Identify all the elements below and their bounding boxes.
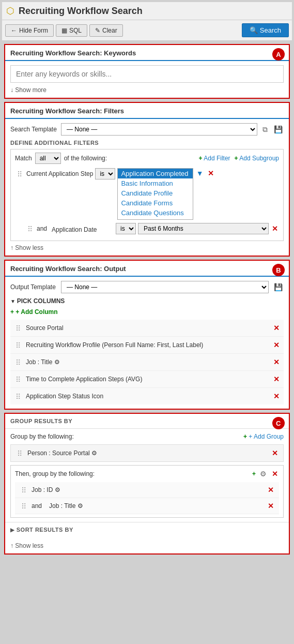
search-template-select[interactable]: — None —: [61, 123, 257, 136]
add-column-button[interactable]: + + Add Column: [10, 308, 58, 316]
output-panel: Recruiting Workflow Search: Output B Out…: [4, 260, 290, 410]
output-template-save-button[interactable]: 💾: [273, 282, 284, 292]
add-subgroup-button[interactable]: + Add Subgroup: [235, 155, 279, 162]
filter-1-content: Current Application Step is Application …: [26, 168, 279, 220]
filter-actions: + Add Filter + Add Subgroup: [199, 155, 279, 162]
drag-handle-1[interactable]: ⠿: [15, 168, 24, 220]
sort-section-header[interactable]: SORT RESULTS BY: [5, 522, 289, 537]
filter-2-operator[interactable]: is: [116, 223, 136, 234]
drag-handle[interactable]: ⠿: [13, 373, 23, 385]
subgroup-item-1-remove-button[interactable]: ✕: [267, 485, 275, 495]
filter-1-funnel-button[interactable]: ▼: [195, 168, 205, 178]
show-more-link[interactable]: ↓ Show more: [10, 86, 47, 94]
filter-1-dropdown-container: Application Completed Basic Information …: [117, 168, 193, 220]
subgroup-box: Then, group by the following: + ⚙ ✕ ⠿ Jo…: [10, 465, 284, 518]
filter-2-date-select[interactable]: Past 6 Months: [138, 223, 269, 234]
footer-show-less-link[interactable]: ↑ Show less: [10, 542, 284, 549]
column-remove-button[interactable]: ✕: [272, 391, 281, 401]
filter-2-remove-button[interactable]: ✕: [271, 223, 279, 234]
clear-button[interactable]: ✎ Clear: [89, 24, 123, 37]
column-remove-button[interactable]: ✕: [272, 374, 281, 384]
match-label: Match: [15, 155, 32, 162]
hide-form-button[interactable]: ← Hide Form: [5, 24, 54, 37]
filter-1-remove-button[interactable]: ✕: [207, 168, 215, 178]
and-label: and: [37, 225, 50, 232]
group-by-label: Group by the following:: [10, 433, 240, 440]
column-row: ⠿ Recruiting Workflow Profile (Person Fu…: [10, 337, 284, 354]
arrow-left-icon: ←: [11, 27, 17, 34]
pick-columns-header: PICK COLUMNS: [10, 297, 284, 305]
clear-icon: ✎: [95, 27, 100, 34]
column-remove-button[interactable]: ✕: [272, 357, 281, 367]
footer-show-less: ↑ Show less: [5, 537, 289, 553]
list-item[interactable]: Candidate Forms: [118, 198, 192, 208]
subgroup-settings-button[interactable]: ⚙: [259, 469, 268, 479]
filter-1-dropdown-list[interactable]: Application Completed Basic Information …: [117, 168, 193, 220]
drag-handle[interactable]: ⠿: [13, 322, 23, 334]
search-template-row: Search Template — None — ⧉ 💾: [10, 123, 284, 136]
column-remove-button[interactable]: ✕: [272, 340, 281, 350]
list-item[interactable]: Candidate Questions: [118, 208, 192, 218]
subgroup-remove-button[interactable]: ✕: [271, 469, 279, 479]
filters-panel: Recruiting Workflow Search: Filters Sear…: [4, 102, 290, 257]
subgroup-header: Then, group by the following: + ⚙ ✕: [15, 469, 279, 479]
filter-2-field-label: Application Date: [52, 224, 114, 233]
drag-handle[interactable]: ⠿: [13, 339, 23, 351]
add-subgroup-group-button[interactable]: +: [252, 470, 256, 477]
drag-handle-2[interactable]: ⠿: [25, 223, 35, 234]
plus-icon: +: [199, 155, 203, 162]
match-select[interactable]: all any: [35, 153, 61, 164]
workflow-icon: ⬡: [6, 5, 14, 17]
subgroup-item-row-2: ⠿ and Job : Title ⚙ ✕: [15, 498, 279, 514]
toolbar: ← Hide Form ▦ SQL ✎ Clear 🔍 Search: [2, 20, 292, 41]
drag-handle-g1[interactable]: ⠿: [15, 447, 24, 459]
drag-handle[interactable]: ⠿: [13, 391, 23, 402]
output-template-select[interactable]: — None —: [61, 281, 269, 293]
list-item[interactable]: Basic Information: [118, 178, 192, 188]
page-title: Recruiting Workflow Search: [19, 6, 143, 17]
subgroup-item-2-remove-button[interactable]: ✕: [267, 501, 275, 511]
drag-handle[interactable]: ⠿: [13, 356, 23, 368]
and-label-2: and: [32, 502, 46, 510]
main-container: ⬡ Recruiting Workflow Search ← Hide Form…: [0, 0, 294, 560]
group-section-body: Group by the following: + + Add Group ⠿ …: [5, 429, 289, 522]
group-item-1-remove-button[interactable]: ✕: [271, 448, 279, 458]
column-row: ⠿ Job : Title ⚙ ✕: [10, 354, 284, 371]
column-row: ⠿ Time to Complete Application Steps (AV…: [10, 371, 284, 388]
plus-subgroup-group-icon: +: [252, 470, 256, 477]
filter-row-1: ⠿ Current Application Step is Applicatio…: [15, 168, 279, 220]
search-icon: 🔍: [250, 26, 258, 34]
group-panel: GROUP RESULTS BY C Group by the followin…: [4, 413, 290, 555]
template-save-button[interactable]: 💾: [273, 124, 284, 134]
column-row: ⠿ Source Portal ✕: [10, 320, 284, 337]
show-less-link[interactable]: ↑ Show less: [10, 244, 284, 251]
page-header: ⬡ Recruiting Workflow Search: [2, 2, 292, 20]
keywords-section-header: Recruiting Workflow Search: Keywords A: [5, 45, 289, 61]
column-remove-button[interactable]: ✕: [272, 323, 281, 333]
add-group-button[interactable]: + + Add Group: [243, 433, 284, 440]
drag-handle-sg1[interactable]: ⠿: [19, 484, 28, 496]
subgroup-label: Then, group by the following:: [15, 470, 249, 477]
template-copy-button[interactable]: ⧉: [261, 124, 269, 135]
list-item[interactable]: EEO: [118, 218, 192, 220]
define-filters-label: DEFINE ADDITIONAL FILTERS: [10, 140, 284, 146]
search-button[interactable]: 🔍 Search: [242, 23, 289, 37]
filters-section-header: Recruiting Workflow Search: Filters: [5, 103, 289, 119]
column-label: Time to Complete Application Steps (AVG): [26, 376, 269, 383]
list-item[interactable]: Candidate Profile: [118, 188, 192, 198]
column-label: Recruiting Workflow Profile (Person Full…: [26, 341, 269, 349]
section-badge-a: A: [272, 48, 285, 61]
subgroup-item-row-1: ⠿ Job : ID ⚙ ✕: [15, 482, 279, 498]
filter-box: Match all any of the following: + Add Fi…: [10, 149, 284, 241]
add-filter-button[interactable]: + Add Filter: [199, 155, 230, 162]
keywords-input[interactable]: [10, 65, 284, 83]
filter-1-operator[interactable]: is: [95, 168, 115, 179]
plus-column-icon: +: [10, 308, 14, 316]
list-item[interactable]: Application Completed: [118, 169, 192, 178]
sql-button[interactable]: ▦ SQL: [56, 24, 87, 37]
drag-handle-sg2[interactable]: ⠿: [19, 500, 28, 512]
subgroup-item-1-label: Job : ID ⚙: [32, 486, 264, 493]
group-item-1-label: Person : Source Portal ⚙: [27, 450, 268, 457]
group-section-header: GROUP RESULTS BY C: [5, 414, 289, 429]
section-badge-b: B: [272, 264, 285, 276]
